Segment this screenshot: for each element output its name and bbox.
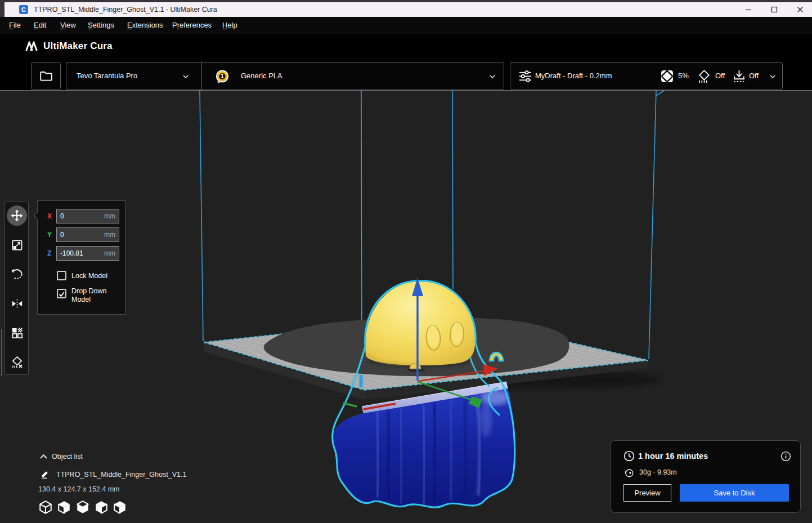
drop-down-model-checkbox[interactable] — [57, 289, 66, 298]
material-usage: 30g · 9.93m — [639, 468, 677, 476]
configuration-bar: Tevo Tarantula Pro 1 Generic PLA MyDraft… — [0, 60, 812, 91]
ultimaker-cura-logo: UltiMaker Cura — [25, 41, 113, 52]
x-position-input[interactable]: 0 mm — [56, 209, 119, 223]
save-to-disk-button[interactable]: Save to Disk — [680, 484, 789, 502]
rotate-tool-button[interactable] — [7, 264, 27, 284]
y-axis-label: Y — [47, 231, 52, 239]
window-title: TTPRO_STL_Middle_Finger_Ghost_V1.1 - Ult… — [34, 2, 217, 17]
panel-divider — [201, 62, 202, 90]
menu-view[interactable]: View — [60, 17, 76, 34]
preview-button[interactable]: Preview — [623, 484, 671, 502]
spool-icon — [624, 468, 634, 478]
ultimaker-logo-mark — [25, 41, 38, 52]
profile-name: MyDraft - Draft - 0.2mm — [535, 62, 612, 90]
print-summary-panel: 1 hour 16 minutes 30g · 9.93m Preview Sa… — [611, 440, 801, 513]
support-blocker-icon — [11, 356, 24, 369]
check-icon — [58, 290, 65, 298]
scale-tool-icon — [11, 239, 24, 252]
app-header: UltiMaker Cura PREPARE PREVIEW MONITOR M… — [0, 34, 812, 60]
menu-file[interactable]: File — [9, 17, 21, 34]
clock-icon — [623, 450, 635, 462]
infill-value: 5% — [678, 62, 689, 90]
object-file-name[interactable]: TTPRO_STL_Middle_Finger_Ghost_V1.1 — [56, 471, 186, 479]
menu-bar: File Edit View Settings Extensions Prefe… — [0, 17, 812, 34]
printer-material-selector[interactable]: Tevo Tarantula Pro 1 Generic PLA — [66, 62, 504, 90]
minimize-button[interactable] — [740, 2, 757, 17]
support-icon — [697, 69, 711, 83]
close-button[interactable] — [792, 2, 809, 17]
view-right-icon[interactable] — [113, 500, 127, 515]
adhesion-icon — [732, 69, 746, 83]
info-icon[interactable] — [780, 451, 791, 462]
collapse-chevron-icon[interactable] — [39, 454, 48, 459]
material-name: Generic PLA — [241, 62, 282, 90]
svg-text:1: 1 — [221, 73, 224, 79]
y-position-input[interactable]: 0 mm — [56, 227, 119, 242]
printer-name: Tevo Tarantula Pro — [77, 62, 137, 90]
scale-tool-button[interactable] — [7, 235, 27, 255]
object-dimensions: 130.4 x 124.7 x 152.4 mm — [38, 485, 120, 493]
bounding-box-handle — [360, 375, 363, 387]
cura-app-icon: C — [19, 5, 28, 14]
mirror-tool-button[interactable] — [7, 293, 27, 314]
move-tool-button[interactable] — [7, 205, 27, 226]
menu-help[interactable]: Help — [222, 17, 237, 34]
maximize-icon — [771, 6, 778, 13]
print-settings-selector[interactable]: MyDraft - Draft - 0.2mm 5% Off Off — [510, 62, 783, 90]
view-top-icon[interactable] — [75, 500, 90, 515]
menu-extensions[interactable]: Extensions — [127, 17, 163, 34]
close-icon — [797, 6, 804, 13]
titlebar-gap — [0, 2, 5, 17]
chevron-down-icon — [488, 72, 497, 81]
infill-icon — [660, 69, 674, 83]
folder-icon — [39, 69, 53, 83]
support-blocker-button[interactable] — [7, 352, 27, 372]
view-front-icon[interactable] — [57, 500, 71, 515]
rotate-tool-icon — [11, 268, 24, 281]
view-3d-icon[interactable] — [38, 500, 53, 515]
move-tool-icon — [10, 209, 24, 222]
menu-settings[interactable]: Settings — [88, 17, 114, 34]
menu-preferences[interactable]: Preferences — [172, 17, 212, 34]
view-left-icon[interactable] — [94, 500, 109, 515]
z-position-input[interactable]: -100.81 mm — [56, 246, 119, 261]
x-axis-label: X — [47, 212, 52, 220]
per-model-settings-button[interactable] — [7, 323, 27, 343]
adhesion-value: Off — [749, 62, 759, 90]
move-tool-panel: X 0 mm Y 0 mm Z -100.81 mm Lock Model Dr… — [37, 200, 125, 315]
lock-model-checkbox[interactable] — [57, 271, 66, 280]
object-list-title[interactable]: Object list — [52, 453, 83, 461]
pencil-icon[interactable] — [41, 469, 50, 479]
open-file-button[interactable] — [31, 62, 61, 90]
y-axis-negative-segment — [343, 403, 357, 406]
support-value: Off — [715, 62, 725, 90]
extruder-1-badge: 1 — [215, 69, 230, 84]
chevron-down-icon — [181, 72, 190, 81]
sliders-icon — [518, 69, 532, 83]
print-time: 1 hour 16 minutes — [638, 452, 708, 461]
chevron-down-icon — [768, 72, 777, 81]
menu-edit[interactable]: Edit — [34, 17, 46, 34]
maximize-button[interactable] — [766, 2, 783, 17]
object-list-panel: Object list TTPRO_STL_Middle_Finger_Ghos… — [35, 450, 221, 519]
model-cloth[interactable] — [333, 382, 515, 507]
per-model-settings-icon — [11, 327, 24, 339]
lock-model-label: Lock Model — [71, 272, 107, 280]
minimize-icon — [745, 6, 752, 13]
drop-down-model-label: Drop Down Model — [71, 287, 107, 304]
tool-sidebar — [5, 202, 29, 375]
mirror-tool-icon — [11, 297, 24, 310]
z-axis-label: Z — [47, 249, 51, 257]
logo-text: UltiMaker Cura — [43, 41, 113, 52]
